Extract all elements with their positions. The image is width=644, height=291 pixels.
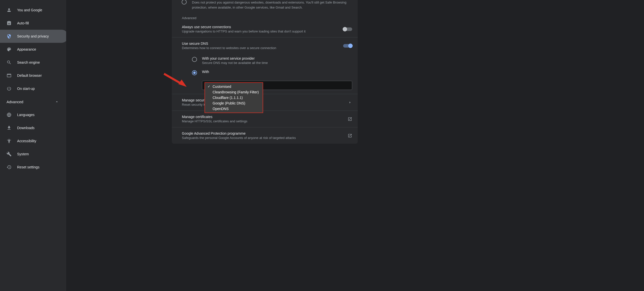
- prior-option-desc: Does not protect you against dangerous w…: [172, 0, 358, 16]
- sidebar-item-label: Reset settings: [17, 165, 39, 169]
- sidebar-item-default-browser[interactable]: Default browser: [0, 69, 66, 82]
- power-icon: [7, 86, 12, 91]
- chevron-right-icon: [348, 100, 352, 105]
- sidebar-item-security[interactable]: Security and privacy: [0, 30, 66, 43]
- sidebar: You and Google Auto-fill Security and pr…: [0, 0, 66, 291]
- sidebar-item-label: Downloads: [17, 126, 34, 130]
- secure-dns-options: With your current service provider Secur…: [172, 54, 358, 94]
- sidebar-item-label: Security and privacy: [17, 34, 49, 38]
- sidebar-item-label: You and Google: [17, 8, 42, 12]
- sidebar-item-accessibility[interactable]: Accessibility: [0, 134, 66, 148]
- dropdown-option[interactable]: OpenDNS: [205, 106, 263, 112]
- row-always-secure: Always use secure connections Upgrade na…: [172, 21, 358, 38]
- sidebar-item-on-start-up[interactable]: On start-up: [0, 82, 66, 95]
- row-certificates[interactable]: Manage certificates Manage HTTPS/SSL cer…: [172, 111, 358, 127]
- wrench-icon: [7, 152, 12, 157]
- row-title: Google Advanced Protection programme: [182, 131, 343, 135]
- row-security-keys[interactable]: Manage security keys Reset security keys…: [172, 94, 358, 111]
- sidebar-item-you-and-google[interactable]: You and Google: [0, 4, 66, 17]
- dropdown-option[interactable]: Google (Public DNS): [205, 100, 263, 106]
- dropdown-option[interactable]: Customised: [205, 84, 263, 89]
- dropdown-option[interactable]: CleanBrowsing (Family Filter): [205, 89, 263, 95]
- sidebar-item-appearance[interactable]: Appearance: [0, 43, 66, 56]
- option-desc: Secure DNS may not be available all the …: [202, 61, 268, 65]
- shield-icon: [7, 34, 12, 39]
- row-title: Always use secure connections: [182, 25, 338, 29]
- person-icon: [7, 8, 12, 13]
- toggle-always-secure[interactable]: [343, 27, 352, 31]
- dns-provider-dropdown[interactable]: Customised CleanBrowsing (Family Filter)…: [205, 82, 263, 113]
- dropdown-option[interactable]: Cloudflare (1.1.1.1): [205, 95, 263, 100]
- row-desc: Upgrade navigations to HTTPS and warn yo…: [182, 29, 338, 33]
- sidebar-item-system[interactable]: System: [0, 148, 66, 161]
- palette-icon: [7, 47, 12, 52]
- sidebar-item-downloads[interactable]: Downloads: [0, 121, 66, 134]
- dns-option-with[interactable]: With: [182, 67, 352, 78]
- row-secure-dns: Use secure DNS Determines how to connect…: [172, 38, 358, 54]
- advanced-toggle[interactable]: Advanced: [0, 95, 66, 108]
- open-external-icon: [348, 117, 352, 121]
- advanced-label: Advanced: [7, 100, 23, 104]
- option-title: With your current service provider: [202, 56, 268, 60]
- option-title: With: [202, 70, 209, 74]
- sidebar-item-label: Default browser: [17, 74, 42, 78]
- row-google-advanced-protection[interactable]: Google Advanced Protection programme Saf…: [172, 127, 358, 144]
- sidebar-item-search-engine[interactable]: Search engine: [0, 56, 66, 69]
- clipboard-icon: [7, 21, 12, 26]
- search-icon: [7, 60, 12, 65]
- sidebar-item-label: Auto-fill: [17, 21, 29, 25]
- settings-card: Does not protect you against dangerous w…: [172, 0, 358, 144]
- sidebar-item-label: Accessibility: [17, 139, 36, 143]
- sidebar-item-languages[interactable]: Languages: [0, 108, 66, 121]
- sidebar-item-label: Languages: [17, 113, 34, 117]
- download-icon: [7, 125, 12, 130]
- radio-icon[interactable]: [192, 70, 197, 75]
- sidebar-item-label: System: [17, 152, 29, 156]
- row-desc: Manage HTTPS/SSL certificates and settin…: [182, 119, 343, 123]
- sidebar-item-reset-settings[interactable]: Reset settings: [0, 161, 66, 174]
- radio-icon[interactable]: [182, 0, 187, 5]
- open-external-icon: [348, 133, 352, 138]
- row-desc: Safeguards the personal Google Accounts …: [182, 136, 343, 140]
- toggle-secure-dns[interactable]: [343, 44, 352, 48]
- sidebar-item-auto-fill[interactable]: Auto-fill: [0, 17, 66, 30]
- chevron-up-icon: [55, 99, 59, 104]
- prior-option-text: Does not protect you against dangerous w…: [192, 1, 346, 9]
- browser-icon: [7, 73, 12, 78]
- main-content: Does not protect you against dangerous w…: [66, 0, 644, 291]
- advanced-section-label: Advanced: [172, 16, 358, 21]
- sidebar-item-label: On start-up: [17, 87, 35, 91]
- radio-icon[interactable]: [192, 57, 197, 62]
- sidebar-item-label: Appearance: [17, 47, 36, 51]
- globe-icon: [7, 112, 12, 117]
- accessibility-icon: [7, 138, 12, 143]
- row-title: Use secure DNS: [182, 42, 338, 46]
- row-desc: Determines how to connect to websites ov…: [182, 46, 338, 50]
- sidebar-item-label: Search engine: [17, 60, 40, 64]
- dns-option-provider[interactable]: With your current service provider Secur…: [182, 54, 352, 67]
- row-title: Manage certificates: [182, 115, 343, 119]
- restore-icon: [7, 165, 12, 170]
